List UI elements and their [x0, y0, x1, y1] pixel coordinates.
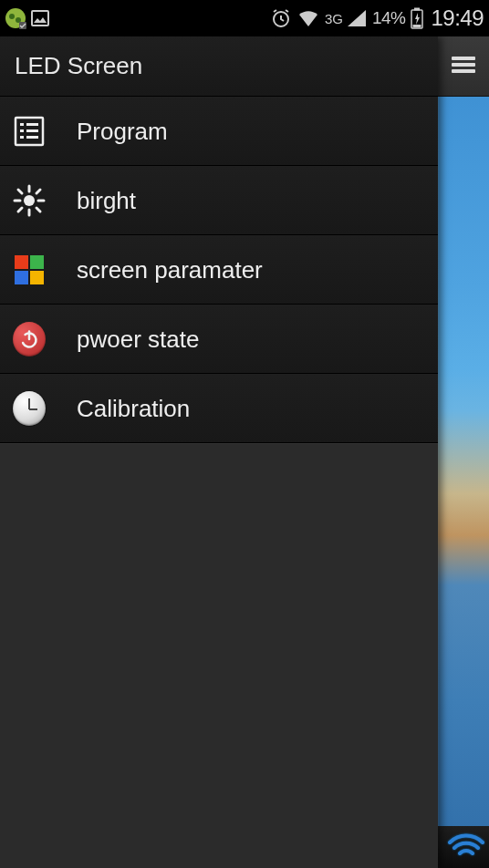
menu-item-program[interactable]: Program: [0, 97, 438, 166]
svg-line-26: [18, 208, 22, 212]
background-wallpaper-strip: [438, 36, 489, 868]
gallery-notification-icon: [29, 7, 51, 29]
menu-item-power-state[interactable]: pwoer state: [0, 305, 438, 374]
notification-app-icon: [4, 6, 27, 30]
hamburger-menu-icon[interactable]: [450, 54, 477, 79]
svg-rect-17: [20, 136, 24, 139]
navigation-drawer: LED Screen Program: [0, 36, 438, 868]
svg-rect-13: [20, 123, 24, 126]
status-bar: 3G 14% 19:49: [0, 0, 489, 36]
svg-line-25: [36, 208, 40, 212]
svg-line-24: [18, 190, 22, 193]
menu-item-label: pwoer state: [77, 326, 199, 354]
drawer-empty-area: [0, 443, 438, 868]
svg-rect-16: [26, 129, 38, 132]
svg-rect-9: [452, 57, 475, 60]
drawer-title: LED Screen: [0, 36, 438, 97]
brightness-icon: [13, 184, 46, 217]
drawer-title-label: LED Screen: [15, 52, 142, 80]
svg-rect-15: [20, 129, 24, 132]
status-clock: 19:49: [431, 5, 484, 31]
status-right: 3G 14% 19:49: [270, 5, 484, 31]
battery-charging-icon: [411, 7, 423, 29]
menu-item-calibration[interactable]: Calibration: [0, 374, 438, 443]
app-header-behind: [438, 36, 489, 97]
color-grid-icon: [13, 253, 46, 286]
power-icon: [13, 323, 46, 356]
drawer-menu-list: Program: [0, 97, 438, 443]
list-icon: [13, 115, 46, 148]
signal-icon: [347, 9, 367, 27]
menu-item-screen-parameter[interactable]: screen paramater: [0, 235, 438, 305]
svg-rect-11: [452, 69, 475, 73]
battery-percent-label: 14%: [372, 8, 406, 28]
clock-icon: [13, 392, 46, 425]
wifi-status-icon: [447, 832, 485, 863]
svg-rect-14: [26, 123, 38, 126]
svg-rect-18: [26, 136, 38, 139]
svg-rect-8: [413, 25, 421, 27]
svg-rect-10: [452, 63, 475, 67]
menu-item-brightness[interactable]: birght: [0, 166, 438, 235]
alarm-icon: [270, 7, 292, 29]
svg-rect-7: [414, 8, 420, 11]
menu-item-label: birght: [77, 187, 136, 215]
network-type-label: 3G: [325, 11, 343, 26]
svg-rect-4: [32, 11, 48, 26]
svg-point-19: [24, 195, 35, 206]
bottom-bar-behind: [438, 826, 489, 868]
menu-item-label: Program: [77, 118, 168, 146]
status-left: [4, 6, 51, 30]
wifi-icon: [297, 8, 319, 28]
menu-item-label: Calibration: [77, 395, 190, 423]
svg-point-1: [9, 14, 15, 19]
menu-item-label: screen paramater: [77, 256, 263, 284]
svg-line-27: [36, 190, 40, 193]
